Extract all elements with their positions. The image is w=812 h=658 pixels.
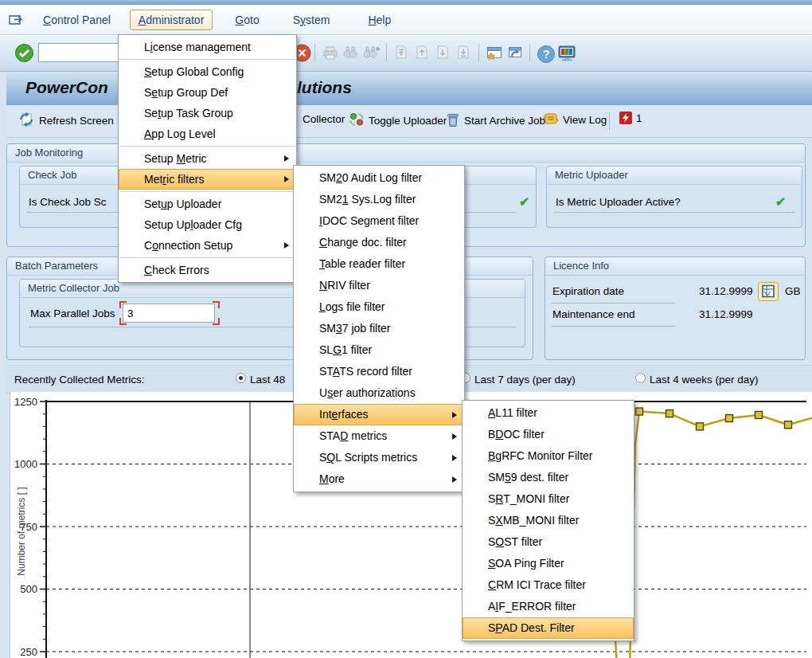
customize-layout-icon[interactable] [557, 45, 576, 62]
radio-label-last-48[interactable]: Last 48 [250, 374, 285, 386]
help-icon[interactable]: ? [537, 45, 556, 64]
menu-item-spad-dest-filter[interactable]: SPAD Dest. Filter [463, 617, 634, 639]
radio-last-48[interactable] [236, 373, 246, 383]
menu-item-sost-filter[interactable]: SOST filter [463, 531, 634, 553]
menu-item-setup-global-config[interactable]: Setup Global Config [119, 61, 296, 82]
menu-item-label: BDOC filter [488, 428, 545, 441]
menu-item-label: NRIV filter [319, 279, 370, 292]
y-tick-label: 250 [20, 646, 37, 658]
licence-info-title: Licence Info [545, 257, 805, 276]
toolbar-separator [478, 44, 479, 61]
menu-item-user-authorizations[interactable]: User authorizations [294, 382, 464, 404]
menu-item-label: AIF_ERROR filter [488, 600, 576, 613]
max-parallel-jobs-field [119, 301, 220, 325]
error-count: 1 [636, 112, 642, 124]
menu-item-label: STAD metrics [319, 429, 387, 442]
menu-item-interfaces[interactable]: Interfaces [294, 404, 464, 425]
menu-item-logs-file-filter[interactable]: Logs file filter [294, 296, 464, 318]
error-indicator[interactable]: 1 [619, 112, 642, 124]
menu-item-label: More [319, 472, 345, 485]
metric-filters-submenu: SM20 Audit Log filterSM21 Sys.Log filter… [293, 165, 465, 492]
menu-item-table-reader-filter[interactable]: Table reader filter [294, 253, 464, 275]
menu-item-al11-filter[interactable]: AL11 filter [463, 402, 634, 424]
menubar-item-control-panel[interactable]: Control Panel [35, 10, 119, 29]
menu-item-sm21-sys-log-filter[interactable]: SM21 Sys.Log filter [294, 189, 464, 210]
menubar-item-system[interactable]: System [285, 10, 338, 29]
expiration-date-suffix: GB [785, 285, 801, 297]
submenu-arrow-icon [452, 455, 457, 461]
submenu-arrow-icon [452, 476, 457, 483]
menu-item-bgrfc-monitor-filter[interactable]: BgRFC Monitor Filter [463, 445, 634, 467]
menu-item-label: Table reader filter [319, 257, 405, 270]
menu-item-crm-ici-trace-filter[interactable]: CRM ICI Trace filter [463, 574, 634, 596]
series-marker [726, 415, 733, 422]
menu-item-sxmb-moni-filter[interactable]: SXMB_MONI filter [463, 510, 634, 531]
submenu-arrow-icon [284, 242, 289, 249]
view-log-button[interactable]: View Log [543, 112, 607, 128]
menu-item-nriv-filter[interactable]: NRIV filter [294, 275, 464, 296]
start-archive-job-label: Start Archive Job [464, 115, 545, 127]
archive-trash-icon [446, 112, 460, 130]
menu-item-soa-ping-filter[interactable]: SOA Ping Filter [463, 553, 634, 574]
create-shortcut-icon[interactable] [506, 45, 524, 61]
menu-item-setup-task-group[interactable]: Setup Task Group [119, 103, 296, 123]
menu-item-app-log-level[interactable]: App Log Level [119, 123, 296, 144]
collector-label: Collector [303, 113, 345, 125]
start-archive-job-button[interactable]: Start Archive Job [446, 112, 545, 130]
menu-item-setup-uploader-cfg[interactable]: Setup Uploader Cfg [119, 214, 296, 235]
menu-item-label: Connection Setup [144, 239, 232, 252]
radio-label-last-7-days-per-day[interactable]: Last 7 days (per day) [474, 374, 576, 386]
menu-item-metric-filters[interactable]: Metric filters [119, 169, 296, 190]
refresh-screen-label: Refresh Screen [39, 115, 114, 127]
menubar-item-administrator[interactable]: Administrator [130, 10, 213, 30]
system-menu-icon[interactable] [8, 13, 25, 27]
menu-item-sm59-dest-filter[interactable]: SM59 dest. filter [463, 467, 634, 488]
menu-item-sql-scripts-metrics[interactable]: SQL Scripts metrics [294, 447, 464, 468]
submenu-arrow-icon [452, 412, 457, 418]
menu-item-change-doc-filter[interactable]: Change doc. filter [294, 232, 464, 253]
menu-item-label: SM59 dest. filter [488, 471, 568, 484]
collector-button[interactable]: Collector [303, 113, 345, 125]
refresh-screen-button[interactable]: Refresh Screen [18, 112, 114, 130]
menu-item-bdoc-filter[interactable]: BDOC filter [463, 424, 634, 445]
new-session-icon[interactable] [486, 45, 503, 61]
toolbar-separator [314, 44, 315, 61]
menu-item-aif-error-filter[interactable]: AIF_ERROR filter [463, 596, 634, 617]
menu-item-label: Setup Group Def [144, 86, 228, 99]
menubar-item-goto[interactable]: Goto [227, 10, 267, 29]
menubar-item-help[interactable]: Help [360, 10, 399, 29]
menu-item-sm37-job-filter[interactable]: SM37 job filter [294, 318, 464, 339]
menu-item-label: Logs file filter [319, 300, 385, 313]
radio-label-last-4-weeks-per-day[interactable]: Last 4 weeks (per day) [650, 374, 759, 386]
max-parallel-jobs-input[interactable] [123, 304, 215, 323]
menu-item-slg1-filter[interactable]: SLG1 filter [294, 339, 464, 361]
menu-item-sm20-audit-log-filter[interactable]: SM20 Audit Log filter [294, 167, 464, 189]
series-marker [636, 408, 643, 415]
menu-item-more[interactable]: More [294, 468, 464, 490]
toolbar-separator [386, 44, 387, 61]
menu-item-label: Check Errors [144, 264, 209, 276]
menu-item-setup-group-def[interactable]: Setup Group Def [119, 82, 296, 103]
menu-item-idoc-segment-filter[interactable]: IDOC Segment filter [294, 210, 464, 232]
menu-item-setup-metric[interactable]: Setup Metric [119, 148, 296, 169]
toggle-uploader-button[interactable]: Toggle Uploader [349, 112, 447, 130]
view-log-label: View Log [563, 114, 607, 126]
radio-last-4-weeks-per-day[interactable] [635, 373, 646, 383]
menu-item-license-management[interactable]: License management [119, 37, 296, 57]
series-marker [785, 421, 792, 429]
menu-item-stats-record-filter[interactable]: STATS record filter [294, 361, 464, 382]
administrator-menu: License managementSetup Global ConfigSet… [118, 34, 297, 283]
enter-check-button[interactable] [14, 43, 34, 63]
menu-item-label: SLG1 filter [319, 343, 372, 356]
date-picker-icon[interactable] [758, 282, 779, 301]
menu-item-stad-metrics[interactable]: STAD metrics [294, 425, 464, 447]
menu-item-label: SPAD Dest. Filter [488, 621, 575, 634]
expiration-row-line [551, 287, 675, 304]
previous-page-icon [414, 45, 430, 60]
menu-item-srt-moni-filter[interactable]: SRT_MONI filter [463, 488, 634, 510]
menu-item-connection-setup[interactable]: Connection Setup [119, 235, 296, 256]
menu-item-setup-uploader[interactable]: Setup Uploader [119, 194, 296, 214]
last-page-icon [455, 45, 471, 60]
menu-item-check-errors[interactable]: Check Errors [119, 260, 296, 280]
metric-uploader-title: Metric Uploader [547, 166, 802, 185]
